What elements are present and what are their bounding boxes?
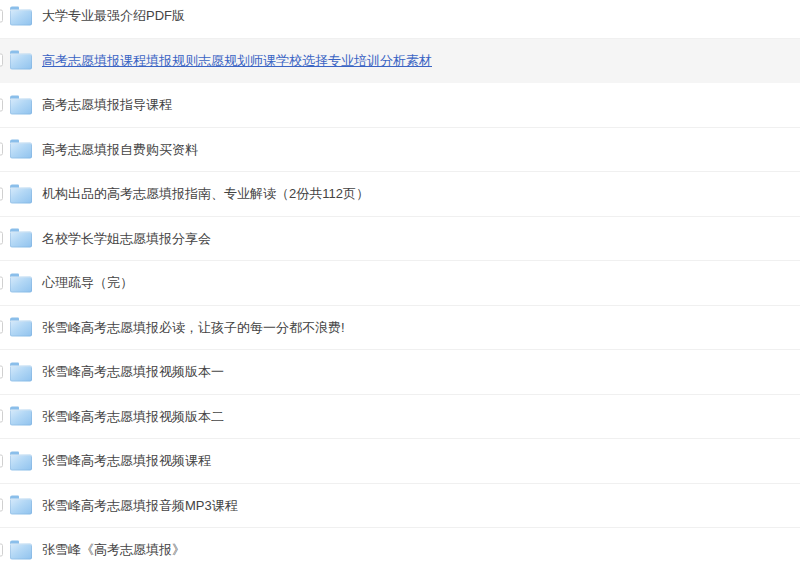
folder-body-shape — [10, 410, 32, 426]
row-checkbox[interactable] — [0, 365, 3, 378]
file-name-link[interactable]: 高考志愿填报自费购买资料 — [42, 143, 198, 156]
folder-body-shape — [10, 232, 32, 248]
file-name-link[interactable]: 张雪峰高考志愿填报视频版本二 — [42, 410, 224, 423]
file-row[interactable]: 高考志愿填报自费购买资料 — [0, 128, 800, 173]
file-browser-screen: 大学专业最强介绍PDF版 高考志愿填报课程填报规则志愿规划师课学校选择专业培训分… — [0, 0, 800, 567]
row-checkbox[interactable] — [0, 187, 3, 200]
folder-body-shape — [10, 543, 32, 559]
file-name-link[interactable]: 机构出品的高考志愿填报指南、专业解读（2份共112页） — [42, 187, 369, 200]
file-row[interactable]: 张雪峰高考志愿填报视频课程 — [0, 439, 800, 484]
file-name-link[interactable]: 张雪峰高考志愿填报视频版本一 — [42, 365, 224, 378]
row-checkbox[interactable] — [0, 543, 3, 556]
file-name-link[interactable]: 大学专业最强介绍PDF版 — [42, 9, 185, 22]
file-row[interactable]: 心理疏导（完） — [0, 261, 800, 306]
folder-icon[interactable] — [10, 229, 32, 248]
folder-body-shape — [10, 187, 32, 203]
file-name-link[interactable]: 高考志愿填报课程填报规则志愿规划师课学校选择专业培训分析素材 — [42, 54, 432, 67]
row-checkbox[interactable] — [0, 276, 3, 289]
folder-icon[interactable] — [10, 6, 32, 25]
folder-body-shape — [10, 143, 32, 159]
file-name-link[interactable]: 张雪峰《高考志愿填报》 — [42, 543, 185, 556]
file-row[interactable]: 大学专业最强介绍PDF版 — [0, 0, 800, 39]
folder-icon[interactable] — [10, 184, 32, 203]
file-name-link[interactable]: 张雪峰高考志愿填报必读，让孩子的每一分都不浪费! — [42, 321, 345, 334]
folder-icon[interactable] — [10, 496, 32, 515]
file-row[interactable]: 机构出品的高考志愿填报指南、专业解读（2份共112页） — [0, 172, 800, 217]
folder-icon[interactable] — [10, 273, 32, 292]
folder-body-shape — [10, 454, 32, 470]
row-checkbox[interactable] — [0, 499, 3, 512]
row-checkbox[interactable] — [0, 54, 3, 67]
file-row[interactable]: 张雪峰《高考志愿填报》 — [0, 528, 800, 567]
folder-body-shape — [10, 9, 32, 25]
folder-icon[interactable] — [10, 51, 32, 70]
row-checkbox[interactable] — [0, 454, 3, 467]
folder-icon[interactable] — [10, 362, 32, 381]
file-row[interactable]: 高考志愿填报课程填报规则志愿规划师课学校选择专业培训分析素材 — [0, 39, 800, 84]
row-checkbox[interactable] — [0, 143, 3, 156]
row-checkbox[interactable] — [0, 98, 3, 111]
folder-icon[interactable] — [10, 540, 32, 559]
folder-icon[interactable] — [10, 318, 32, 337]
row-checkbox[interactable] — [0, 232, 3, 245]
file-row[interactable]: 张雪峰高考志愿填报视频版本一 — [0, 350, 800, 395]
file-name-link[interactable]: 名校学长学姐志愿填报分享会 — [42, 232, 211, 245]
folder-body-shape — [10, 276, 32, 292]
file-name-link[interactable]: 张雪峰高考志愿填报视频课程 — [42, 454, 211, 467]
row-checkbox[interactable] — [0, 321, 3, 334]
row-checkbox[interactable] — [0, 9, 3, 22]
folder-icon[interactable] — [10, 407, 32, 426]
folder-icon[interactable] — [10, 95, 32, 114]
file-name-link[interactable]: 高考志愿填报指导课程 — [42, 98, 172, 111]
file-row[interactable]: 张雪峰高考志愿填报音频MP3课程 — [0, 484, 800, 529]
file-list: 大学专业最强介绍PDF版 高考志愿填报课程填报规则志愿规划师课学校选择专业培训分… — [0, 0, 800, 567]
folder-body-shape — [10, 54, 32, 70]
folder-body-shape — [10, 98, 32, 114]
folder-icon[interactable] — [10, 451, 32, 470]
file-name-link[interactable]: 张雪峰高考志愿填报音频MP3课程 — [42, 499, 238, 512]
folder-body-shape — [10, 321, 32, 337]
folder-body-shape — [10, 499, 32, 515]
row-checkbox[interactable] — [0, 410, 3, 423]
file-row[interactable]: 高考志愿填报指导课程 — [0, 83, 800, 128]
file-row[interactable]: 张雪峰高考志愿填报必读，让孩子的每一分都不浪费! — [0, 306, 800, 351]
folder-icon[interactable] — [10, 140, 32, 159]
file-row[interactable]: 名校学长学姐志愿填报分享会 — [0, 217, 800, 262]
file-name-link[interactable]: 心理疏导（完） — [42, 276, 133, 289]
file-row[interactable]: 张雪峰高考志愿填报视频版本二 — [0, 395, 800, 440]
folder-body-shape — [10, 365, 32, 381]
